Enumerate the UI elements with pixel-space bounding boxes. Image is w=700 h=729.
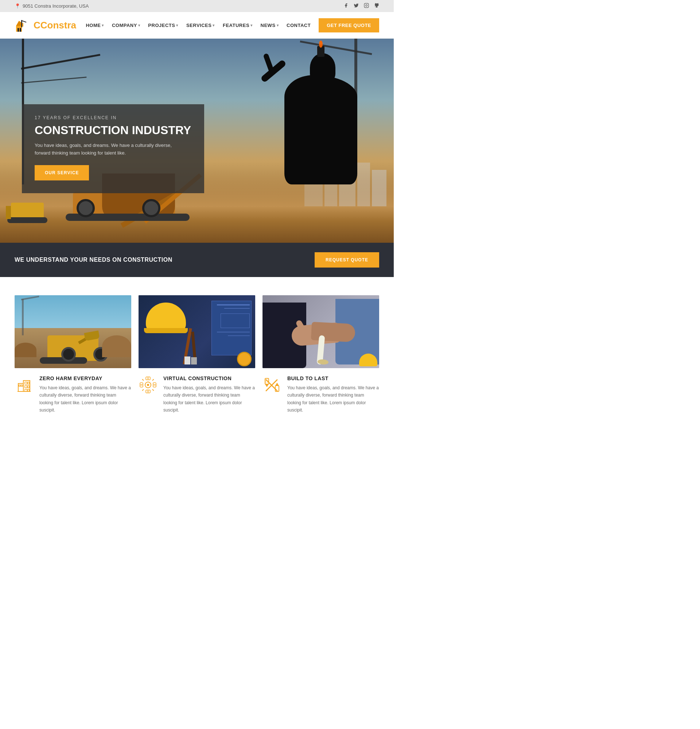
svg-rect-4: [17, 28, 19, 32]
feature-card-0: ZERO HARM EVERYDAY You have ideas, goals…: [15, 295, 131, 414]
svg-marker-6: [16, 21, 22, 26]
chevron-down-icon: ▾: [176, 23, 178, 28]
svg-point-21: [147, 384, 149, 386]
logo-text: CConstra: [33, 20, 76, 31]
gear-icon: [138, 375, 157, 394]
main-nav: HOME ▾ COMPANY ▾ PROJECTS ▾ SERVICES ▾ F…: [86, 18, 379, 32]
address-text: 9051 Constra Incorporate, USA: [23, 3, 89, 9]
feature-title-0: ZERO HARM EVERYDAY: [39, 375, 131, 381]
hero-description: You have ideas, goals, and dreams. We ha…: [35, 142, 173, 157]
nav-services[interactable]: SERVICES ▾: [186, 23, 215, 28]
topbar: 📍 9051 Constra Incorporate, USA: [0, 0, 394, 12]
facebook-icon[interactable]: [343, 3, 349, 9]
hero-section: 17 YEARS OF EXCELLENCE IN CONSTRUCTION I…: [0, 39, 394, 243]
feature-image-0: [15, 295, 131, 368]
feature-image-2: [263, 295, 379, 368]
machinery-image: [15, 295, 131, 368]
svg-marker-29: [265, 384, 269, 387]
location-icon: 📍: [15, 3, 20, 9]
get-free-quote-button[interactable]: Get Free Quote: [319, 18, 379, 32]
svg-rect-16: [21, 385, 23, 386]
header: CConstra HOME ▾ COMPANY ▾ PROJECTS ▾ SER…: [0, 12, 394, 39]
feature-desc-0: You have ideas, goals, and dreams. We ha…: [39, 384, 131, 414]
feature-card-2: BUILD TO LAST You have ideas, goals, and…: [263, 295, 379, 414]
svg-rect-7: [21, 20, 22, 28]
feature-title-2: BUILD TO LAST: [287, 375, 379, 381]
hero-overlay: 17 YEARS OF EXCELLENCE IN CONSTRUCTION I…: [22, 104, 204, 193]
request-quote-button[interactable]: REQUEST QUOTE: [315, 252, 379, 267]
banner-text: WE UNDERSTAND YOUR NEEDS ON CONSTRUCTION: [15, 257, 173, 263]
nav-company[interactable]: COMPANY ▾: [112, 23, 140, 28]
excavator-wheel-front: [77, 199, 95, 217]
hero-title: CONSTRUCTION INDUSTRY: [35, 124, 192, 137]
chevron-down-icon: ▾: [138, 23, 140, 28]
feature-info-1: VIRTUAL CONSTRUCTION You have ideas, goa…: [138, 375, 255, 414]
svg-line-8: [22, 21, 26, 22]
excavator-wheel-back: [142, 199, 160, 217]
nav-features[interactable]: FEATURES ▾: [223, 23, 253, 28]
topbar-social: [343, 3, 379, 9]
building-icon: [15, 375, 33, 394]
svg-rect-11: [25, 382, 27, 384]
chevron-down-icon: ▾: [250, 23, 253, 28]
chevron-down-icon: ▾: [212, 23, 215, 28]
feature-desc-2: You have ideas, goals, and dreams. We ha…: [287, 384, 379, 414]
feature-desc-1: You have ideas, goals, and dreams. We ha…: [163, 384, 255, 414]
nav-contact[interactable]: CONTACT: [286, 23, 311, 28]
svg-marker-31: [275, 383, 279, 386]
feature-card-1: VIRTUAL CONSTRUCTION You have ideas, goa…: [138, 295, 255, 414]
helmet-image: [138, 295, 255, 368]
feature-text-0: ZERO HARM EVERYDAY You have ideas, goals…: [39, 375, 131, 414]
bulldozer-blade: [6, 206, 11, 219]
nav-news[interactable]: NEWS ▾: [261, 23, 279, 28]
svg-rect-5: [20, 28, 21, 32]
svg-rect-12: [28, 382, 29, 384]
feature-title-1: VIRTUAL CONSTRUCTION: [163, 375, 255, 381]
feature-text-2: BUILD TO LAST You have ideas, goals, and…: [287, 375, 379, 414]
bulldozer-track: [7, 217, 47, 223]
feature-text-1: VIRTUAL CONSTRUCTION You have ideas, goa…: [163, 375, 255, 414]
our-service-button[interactable]: OUR SERVICE: [35, 165, 89, 180]
tools-icon: [263, 375, 282, 394]
features-section: ZERO HARM EVERYDAY You have ideas, goals…: [0, 277, 394, 425]
instagram-icon[interactable]: [364, 3, 369, 9]
feature-image-1: [138, 295, 255, 368]
logo[interactable]: CConstra: [15, 17, 76, 33]
twitter-icon[interactable]: [354, 3, 359, 9]
hero-subtitle: 17 YEARS OF EXCELLENCE IN: [35, 115, 192, 120]
handshake-image: [263, 295, 379, 368]
svg-rect-13: [25, 386, 27, 388]
svg-rect-15: [19, 385, 20, 386]
github-icon[interactable]: [374, 3, 379, 9]
feature-info-0: ZERO HARM EVERYDAY You have ideas, goals…: [15, 375, 131, 414]
logo-icon: [15, 17, 30, 33]
topbar-address: 📍 9051 Constra Incorporate, USA: [15, 3, 89, 9]
chevron-down-icon: ▾: [277, 23, 279, 28]
feature-info-2: BUILD TO LAST You have ideas, goals, and…: [263, 375, 379, 414]
chevron-down-icon: ▾: [102, 23, 104, 28]
banner-strip: WE UNDERSTAND YOUR NEEDS ON CONSTRUCTION…: [0, 243, 394, 277]
nav-home[interactable]: HOME ▾: [86, 23, 104, 28]
svg-rect-0: [364, 3, 369, 8]
nav-projects[interactable]: PROJECTS ▾: [148, 23, 178, 28]
svg-rect-14: [28, 386, 29, 388]
